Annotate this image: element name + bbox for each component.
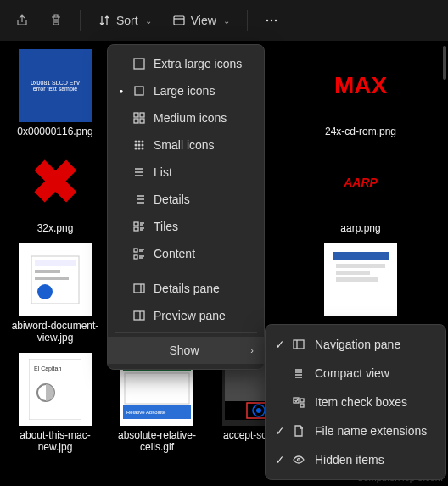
tiles-icon <box>130 220 148 233</box>
svg-point-1 <box>266 20 268 21</box>
view-option-medium[interactable]: Medium icons <box>108 104 264 131</box>
svg-rect-18 <box>123 371 191 405</box>
menu-label: Details pane <box>154 282 220 295</box>
file-item[interactable]: AARP aarp.png <box>314 146 407 234</box>
svg-point-2 <box>271 20 272 21</box>
menu-label: Hidden items <box>315 453 384 466</box>
menu-label: Medium icons <box>154 111 227 125</box>
details-pane-toggle[interactable]: Details pane <box>108 275 264 302</box>
pane-right-icon <box>130 309 148 322</box>
preview-pane-toggle[interactable]: Preview pane <box>108 302 264 329</box>
svg-text:Relative  Absolute: Relative Absolute <box>126 410 166 415</box>
svg-rect-44 <box>134 249 137 252</box>
hidden-items-toggle[interactable]: ✓ Hidden items <box>266 445 445 474</box>
item-checkboxes-toggle[interactable]: Item check boxes <box>266 388 445 416</box>
view-option-details[interactable]: Details <box>108 186 264 213</box>
svg-rect-7 <box>35 277 69 280</box>
svg-point-40 <box>138 148 141 150</box>
show-submenu: ✓ Navigation pane Compact view Item chec… <box>265 324 446 480</box>
svg-rect-31 <box>134 119 138 123</box>
sort-label: Sort <box>116 14 138 27</box>
view-option-content[interactable]: Content <box>108 240 264 267</box>
svg-text:El Capitan: El Capitan <box>34 366 61 372</box>
radio-indicator: ● <box>115 87 128 95</box>
svg-point-8 <box>37 284 53 299</box>
svg-point-52 <box>298 459 300 461</box>
show-submenu-trigger[interactable]: Show › <box>108 337 264 364</box>
svg-point-3 <box>275 20 277 21</box>
svg-point-25 <box>256 408 261 413</box>
divider <box>247 10 248 31</box>
scrollbar[interactable] <box>443 46 446 80</box>
share-icon <box>15 14 29 27</box>
svg-point-33 <box>135 141 137 143</box>
chevron-down-icon: ⌄ <box>223 16 230 25</box>
view-option-list[interactable]: List <box>108 159 264 186</box>
menu-label: Show <box>169 344 199 357</box>
file-caption: abiword-document-view.jpg <box>9 320 101 344</box>
menu-label: Item check boxes <box>315 395 407 409</box>
svg-point-35 <box>142 141 144 143</box>
file-icon <box>289 424 308 438</box>
details-icon <box>130 193 148 206</box>
file-item[interactable]: El Capitan about-this-mac-new.jpg <box>8 353 102 454</box>
menu-separator <box>115 332 257 333</box>
compact-icon <box>289 366 308 380</box>
svg-rect-28 <box>135 87 143 95</box>
svg-rect-30 <box>140 113 144 117</box>
sort-button[interactable]: Sort ⌄ <box>89 8 160 32</box>
view-menu: Extra large icons ● Large icons Medium i… <box>107 44 265 370</box>
file-item[interactable]: abiword-document-view.jpg <box>8 243 102 344</box>
file-item[interactable]: 0x0081 SLCD Enverror text sample 0x00000… <box>8 49 102 137</box>
check-icon: ✓ <box>272 424 288 438</box>
navigation-pane-toggle[interactable]: ✓ Navigation pane <box>266 330 445 359</box>
svg-rect-6 <box>35 270 60 273</box>
delete-button[interactable] <box>41 8 71 32</box>
file-item[interactable]: ✖ 32x.png <box>8 146 102 234</box>
svg-point-36 <box>135 144 137 147</box>
svg-rect-46 <box>134 284 144 293</box>
menu-separator <box>115 271 257 271</box>
toolbar: Sort ⌄ View ⌄ <box>0 0 448 41</box>
grid-l-icon <box>130 84 148 98</box>
svg-point-34 <box>138 141 141 143</box>
share-button[interactable] <box>7 8 37 32</box>
file-extensions-toggle[interactable]: ✓ File name extensions <box>266 416 445 445</box>
menu-label: List <box>154 165 172 179</box>
file-caption: aarp.png <box>340 222 380 234</box>
content-icon <box>130 247 148 260</box>
menu-label: Large icons <box>154 84 215 98</box>
compact-view-toggle[interactable]: Compact view <box>266 359 445 388</box>
checkbox-icon <box>289 395 308 409</box>
check-icon: ✓ <box>272 338 288 351</box>
view-button[interactable]: View ⌄ <box>164 8 238 32</box>
ellipsis-icon <box>265 14 278 27</box>
svg-rect-47 <box>134 311 144 320</box>
chevron-right-icon: › <box>250 345 254 355</box>
menu-label: Tiles <box>154 220 178 233</box>
grid-m-icon <box>130 111 148 125</box>
more-button[interactable] <box>256 8 287 32</box>
svg-point-39 <box>135 148 137 150</box>
svg-rect-0 <box>174 16 184 25</box>
svg-point-41 <box>142 148 144 150</box>
menu-label: Preview pane <box>154 309 226 322</box>
svg-rect-50 <box>300 399 304 402</box>
svg-rect-51 <box>300 404 304 407</box>
view-option-tiles[interactable]: Tiles <box>108 213 264 240</box>
grid-s-icon <box>130 138 148 152</box>
file-caption: 32x.png <box>37 222 74 234</box>
divider <box>80 10 81 31</box>
view-option-extra-large[interactable]: Extra large icons <box>108 50 264 77</box>
view-option-large[interactable]: ● Large icons <box>108 77 264 104</box>
svg-rect-32 <box>140 119 144 123</box>
check-icon: ✓ <box>272 453 288 466</box>
view-option-small[interactable]: Small icons <box>108 131 264 159</box>
menu-label: Navigation pane <box>315 338 400 351</box>
svg-rect-11 <box>336 264 385 268</box>
thumbnail: 0x0081 SLCD Enverror text sample <box>19 49 92 122</box>
file-item[interactable]: MAX 24x-cd-rom.png <box>314 49 407 137</box>
menu-label: Extra large icons <box>154 57 242 70</box>
file-caption: 24x-cd-rom.png <box>325 126 396 137</box>
thumbnail <box>19 243 92 316</box>
